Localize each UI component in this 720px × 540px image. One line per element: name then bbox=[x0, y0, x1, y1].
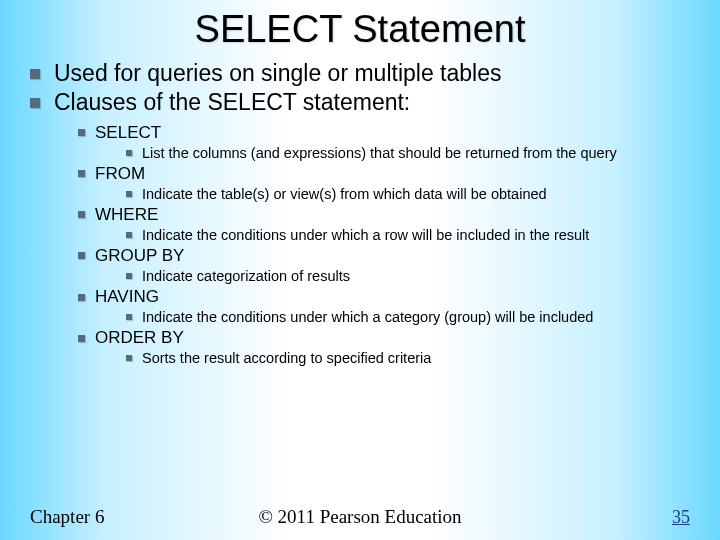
square-bullet-icon bbox=[78, 252, 85, 259]
clause-name: ORDER BY bbox=[95, 328, 184, 348]
square-bullet-icon bbox=[78, 335, 85, 342]
clause-select-desc: List the columns (and expressions) that … bbox=[126, 144, 692, 162]
clause-name: GROUP BY bbox=[95, 246, 184, 266]
square-bullet-icon bbox=[126, 191, 132, 197]
clause-groupby-desc: Indicate categorization of results bbox=[126, 267, 692, 285]
clause-orderby-desc: Sorts the result according to specified … bbox=[126, 349, 692, 367]
clause-name: WHERE bbox=[95, 205, 158, 225]
clause-select: SELECT bbox=[78, 123, 692, 143]
footer-copyright: © 2011 Pearson Education bbox=[250, 506, 470, 528]
square-bullet-icon bbox=[78, 129, 85, 136]
square-bullet-icon bbox=[30, 69, 40, 79]
square-bullet-icon bbox=[126, 314, 132, 320]
clause-name: HAVING bbox=[95, 287, 159, 307]
bullet-item: Clauses of the SELECT statement: bbox=[30, 88, 692, 117]
clause-orderby: ORDER BY bbox=[78, 328, 692, 348]
clause-where: WHERE bbox=[78, 205, 692, 225]
clauses-list: SELECT List the columns (and expressions… bbox=[78, 123, 692, 368]
square-bullet-icon bbox=[30, 98, 40, 108]
clause-from-desc: Indicate the table(s) or view(s) from wh… bbox=[126, 185, 692, 203]
clause-desc-text: Indicate the conditions under which a ro… bbox=[142, 226, 589, 244]
square-bullet-icon bbox=[78, 294, 85, 301]
square-bullet-icon bbox=[126, 232, 132, 238]
clause-name: SELECT bbox=[95, 123, 161, 143]
clause-desc-text: Sorts the result according to specified … bbox=[142, 349, 431, 367]
slide-footer: Chapter 6 © 2011 Pearson Education 35 bbox=[0, 506, 720, 528]
square-bullet-icon bbox=[126, 150, 132, 156]
square-bullet-icon bbox=[78, 170, 85, 177]
bullet-text: Used for queries on single or multiple t… bbox=[54, 59, 501, 88]
bullet-text: Clauses of the SELECT statement: bbox=[54, 88, 410, 117]
clause-name: FROM bbox=[95, 164, 145, 184]
square-bullet-icon bbox=[126, 355, 132, 361]
slide-title: SELECT Statement bbox=[0, 8, 720, 51]
square-bullet-icon bbox=[78, 211, 85, 218]
clause-desc-text: Indicate the table(s) or view(s) from wh… bbox=[142, 185, 547, 203]
clause-desc-text: Indicate categorization of results bbox=[142, 267, 350, 285]
clause-desc-text: List the columns (and expressions) that … bbox=[142, 144, 617, 162]
clause-desc-text: Indicate the conditions under which a ca… bbox=[142, 308, 593, 326]
clause-having: HAVING bbox=[78, 287, 692, 307]
slide-body: Used for queries on single or multiple t… bbox=[0, 59, 720, 540]
clause-groupby: GROUP BY bbox=[78, 246, 692, 266]
clause-from: FROM bbox=[78, 164, 692, 184]
square-bullet-icon bbox=[126, 273, 132, 279]
bullet-item: Used for queries on single or multiple t… bbox=[30, 59, 692, 88]
footer-page-number: 35 bbox=[470, 507, 690, 528]
clause-having-desc: Indicate the conditions under which a ca… bbox=[126, 308, 692, 326]
clause-where-desc: Indicate the conditions under which a ro… bbox=[126, 226, 692, 244]
footer-chapter: Chapter 6 bbox=[30, 506, 250, 528]
slide: SELECT Statement Used for queries on sin… bbox=[0, 0, 720, 540]
